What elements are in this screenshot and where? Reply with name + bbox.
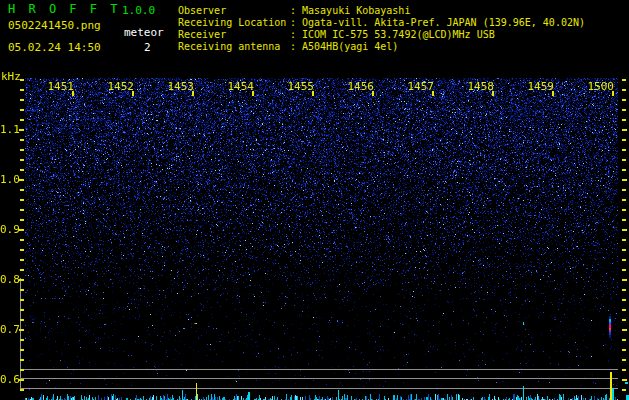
spectrogram-canvas (25, 78, 618, 390)
y-tick-label: 0.6 (0, 374, 18, 386)
level-axis-line (20, 278, 21, 388)
x-tick-label: 1451 (46, 81, 74, 93)
y-tick-label: 0.8 (0, 274, 18, 286)
y-tick-label: 1.1 (0, 124, 18, 136)
info-colon: : (290, 41, 296, 52)
y-axis-unit: kHz (1, 71, 21, 83)
x-tick-label: 1456 (346, 81, 374, 93)
mode-label: meteor (124, 27, 164, 39)
x-tick-label: 1458 (466, 81, 494, 93)
info-row-antenna: Receiving antenna:A504HB(yagi 4el) (178, 41, 398, 52)
info-colon: : (290, 17, 296, 28)
x-tick-label: 1452 (106, 81, 134, 93)
info-row-receiver: Receiver:ICOM IC-575 53.7492(@LCD)MHz US… (178, 29, 495, 40)
hrofft-screen: H R O F F T 1.0.0 0502241450.png meteor … (0, 0, 629, 400)
info-label: Receiving antenna (178, 41, 290, 52)
info-value: Masayuki Kobayashi (302, 5, 410, 16)
info-row-observer: Observer:Masayuki Kobayashi (178, 5, 410, 16)
app-version: 1.0.0 (122, 5, 155, 17)
info-value: A504HB(yagi 4el) (302, 41, 398, 52)
level-graph-canvas (25, 368, 629, 400)
x-tick-label: 1457 (406, 81, 434, 93)
x-tick-label: 1455 (286, 81, 314, 93)
y-tick-label: 0.7 (0, 324, 18, 336)
x-tick-label: 1453 (166, 81, 194, 93)
output-filename: 0502241450.png (8, 20, 101, 32)
info-colon: : (290, 29, 296, 40)
info-row-location: Receiving Location:Ogata-vill. Akita-Pre… (178, 17, 585, 28)
x-tick-label: 1500 (586, 81, 614, 93)
info-label: Receiving Location (178, 17, 290, 28)
info-value: ICOM IC-575 53.7492(@LCD)MHz USB (302, 29, 495, 40)
meteor-count: 2 (144, 42, 151, 54)
info-value: Ogata-vill. Akita-Pref. JAPAN (139.96E, … (302, 17, 585, 28)
y-tick-label: 0.9 (0, 224, 18, 236)
info-colon: : (290, 5, 296, 16)
x-tick-label: 1459 (526, 81, 554, 93)
info-label: Observer (178, 5, 290, 16)
date-time-label: 05.02.24 14:50 (8, 42, 101, 54)
app-title: H R O F F T (8, 3, 120, 16)
x-tick-label: 1454 (226, 81, 254, 93)
info-label: Receiver (178, 29, 290, 40)
y-tick-label: 1.0 (0, 174, 18, 186)
